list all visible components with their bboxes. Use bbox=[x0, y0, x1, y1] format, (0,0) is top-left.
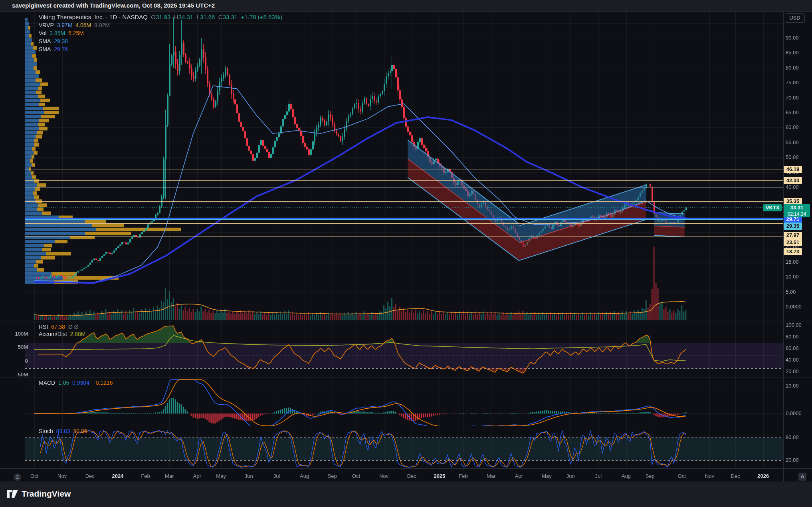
time-axis-label: Mar bbox=[160, 473, 178, 479]
sma1-row[interactable]: SMA 29.38 bbox=[39, 37, 282, 45]
volume-row[interactable]: Vol 3.85M 5.25M bbox=[39, 29, 282, 37]
rsi-tick: -50M bbox=[10, 372, 28, 378]
ohlc-l: 31.66 bbox=[200, 14, 215, 20]
price-tick: 55.00 bbox=[786, 139, 810, 146]
time-axis-label: Mar bbox=[482, 473, 500, 479]
price-tick: 80.00 bbox=[786, 65, 810, 71]
rsi-value: 67.38 bbox=[51, 324, 65, 330]
stoch-label: Stoch bbox=[39, 428, 53, 434]
rsi-legend[interactable]: RSI 67.38 Ø Ø bbox=[39, 324, 79, 330]
symbol-legend[interactable]: Viking Therapeutics, Inc. · 1D · NASDAQ … bbox=[39, 13, 282, 53]
rsi-tick: 0 bbox=[10, 358, 28, 364]
macd-tick: 0.0000 bbox=[786, 410, 810, 417]
auto-scale-button[interactable]: A bbox=[798, 473, 806, 481]
time-axis-label: Nov bbox=[53, 473, 71, 479]
macd-signal-value: −0.1216 bbox=[93, 380, 113, 386]
countdown-timer: 02:14:34 bbox=[784, 211, 810, 217]
time-axis-label: Aug bbox=[618, 473, 635, 479]
time-axis-label: Oct bbox=[673, 473, 691, 479]
stoch-tick: 20.00 bbox=[786, 457, 810, 463]
macd-tick: 10.00 bbox=[786, 383, 810, 389]
price-tick: 60.00 bbox=[786, 124, 810, 131]
price-tick: 0.0000 bbox=[786, 304, 810, 310]
level-price-label: 18.73 bbox=[784, 248, 802, 255]
rsi-tick: 20.00 bbox=[786, 368, 810, 375]
current-price: 33.31 bbox=[784, 204, 810, 211]
stoch-d-value: 90.86 bbox=[73, 428, 87, 434]
vrvp-label: VRVP bbox=[39, 22, 54, 28]
chart-canvas[interactable] bbox=[0, 0, 812, 507]
accum-dist-value: 2.88M bbox=[70, 331, 86, 337]
sma1-value: 29.38 bbox=[54, 38, 68, 44]
level-price-label: 29.35 bbox=[784, 223, 802, 230]
time-axis-label: Jul bbox=[590, 473, 607, 479]
change-value: +1.78 (+5.63%) bbox=[241, 14, 282, 20]
rsi-tick: 100.00 bbox=[786, 322, 810, 328]
time-axis-label: Sep bbox=[323, 473, 341, 479]
time-axis-label: Apr bbox=[510, 473, 528, 479]
price-tick: 15.00 bbox=[786, 259, 810, 265]
accum-dist-legend[interactable]: Accum/Dist 2.88M bbox=[39, 331, 86, 337]
time-axis-label: Dec bbox=[727, 473, 744, 479]
symbol-title[interactable]: Viking Therapeutics, Inc. bbox=[39, 14, 104, 20]
snapshot-header: savepiginvest created with TradingView.c… bbox=[0, 0, 812, 11]
sma1-label: SMA bbox=[39, 38, 51, 44]
tradingview-brand[interactable]: TradingView bbox=[6, 489, 71, 499]
price-tick: 70.00 bbox=[786, 95, 810, 101]
tradingview-brand-text: TradingView bbox=[22, 489, 71, 499]
vrvp-row[interactable]: VRVP 3.97M 4.06M 8.02M bbox=[39, 21, 282, 29]
time-axis-label: May bbox=[538, 473, 556, 479]
vol-ma-value: 5.25M bbox=[68, 30, 84, 36]
footer-bar: TradingView bbox=[0, 481, 812, 507]
price-tick: 5.00 bbox=[786, 289, 810, 295]
price-tick: 85.00 bbox=[786, 50, 810, 56]
vol-label: Vol bbox=[39, 30, 46, 36]
stoch-tick: 80.00 bbox=[786, 434, 810, 441]
price-tick: 40.00 bbox=[786, 184, 810, 191]
time-axis-label: Sep bbox=[641, 473, 659, 479]
price-tick: 75.00 bbox=[786, 80, 810, 86]
macd-hist-value: 1.05 bbox=[58, 380, 69, 386]
currency-button[interactable]: USD bbox=[785, 13, 805, 23]
level-price-label: 46.19 bbox=[784, 166, 802, 173]
time-axis-label: Feb bbox=[137, 473, 154, 479]
vrvp-value-2: 4.06M bbox=[75, 22, 91, 28]
tradingview-logo-icon bbox=[6, 489, 18, 499]
ohlc-h: 34.31 bbox=[178, 14, 194, 20]
legend-title-row: Viking Therapeutics, Inc. · 1D · NASDAQ … bbox=[39, 13, 282, 21]
time-axis-label: Apr bbox=[188, 473, 206, 479]
snapshot-note: savepiginvest created with TradingView.c… bbox=[12, 2, 215, 9]
rsi-tick: 40.00 bbox=[786, 357, 810, 363]
stoch-legend[interactable]: Stoch 89.83 90.86 bbox=[39, 428, 87, 434]
price-tick: 90.00 bbox=[786, 35, 810, 41]
time-axis-label: Nov bbox=[701, 473, 719, 479]
vol-value: 3.85M bbox=[50, 30, 65, 36]
time-axis-label: 2025 bbox=[431, 473, 448, 479]
macd-legend[interactable]: MACD 1.05 0.9304 −0.1216 bbox=[39, 380, 113, 386]
timezone-button[interactable]: Z bbox=[14, 473, 21, 481]
accum-dist-label: Accum/Dist bbox=[39, 331, 67, 337]
level-price-label: 27.97 bbox=[784, 232, 802, 239]
time-axis-label: Oct bbox=[26, 473, 43, 479]
symbol-meta: · 1D · NASDAQ bbox=[106, 14, 148, 20]
macd-label: MACD bbox=[39, 380, 55, 386]
time-axis-label: Nov bbox=[375, 473, 393, 479]
rsi-tick: 60.00 bbox=[786, 345, 810, 352]
macd-value: 0.9304 bbox=[72, 380, 89, 386]
price-tick: 65.00 bbox=[786, 109, 810, 116]
time-axis-label: Jun bbox=[562, 473, 579, 479]
ohlc-o: 31.93 bbox=[156, 14, 171, 20]
ohlc-c-label: C bbox=[218, 14, 223, 20]
time-axis-label: Dec bbox=[403, 473, 420, 479]
time-axis-label: Aug bbox=[296, 473, 313, 479]
price-tick: 10.00 bbox=[786, 274, 810, 280]
stoch-k-value: 89.83 bbox=[56, 428, 70, 434]
sma2-row[interactable]: SMA 29.76 bbox=[39, 45, 282, 53]
tradingview-chart-page: savepiginvest created with TradingView.c… bbox=[0, 0, 812, 507]
time-axis-label: 2024 bbox=[109, 473, 127, 479]
symbol-tag: VKTX bbox=[763, 204, 782, 211]
rsi-tick: 50M bbox=[10, 344, 28, 350]
price-tick: 50.00 bbox=[786, 154, 810, 161]
rsi-tick: 100M bbox=[10, 331, 28, 337]
time-axis-label: Jul bbox=[268, 473, 285, 479]
